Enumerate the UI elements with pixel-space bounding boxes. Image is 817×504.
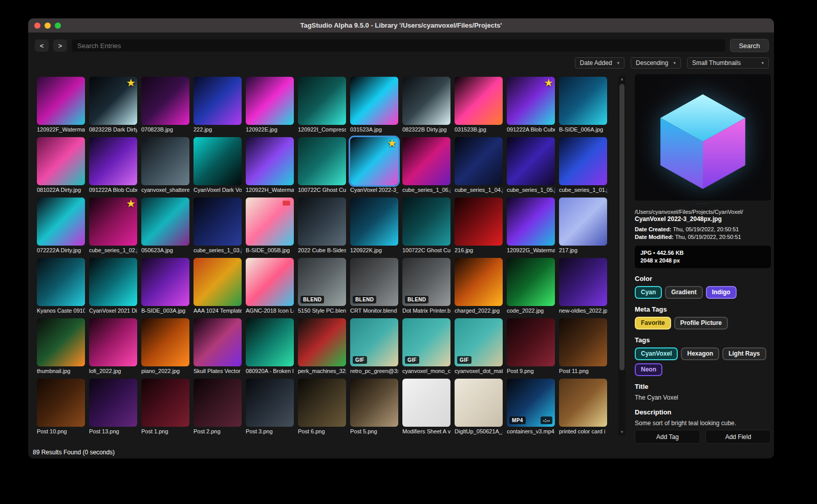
thumbnail-image[interactable] xyxy=(559,379,607,427)
thumbnail-image[interactable]: ★ xyxy=(350,137,398,185)
grid-item[interactable]: perk_machines_32p xyxy=(298,318,346,375)
thumbnail-image[interactable] xyxy=(402,137,450,185)
grid-item[interactable]: BLENDCRT Monitor.blend xyxy=(350,258,398,314)
grid-item[interactable]: 050623A.jpg xyxy=(141,198,189,254)
grid-item[interactable]: AAA 1024 Template xyxy=(193,258,242,314)
thumbnail-image[interactable] xyxy=(298,379,346,427)
grid-item[interactable]: 031523B.jpg xyxy=(455,77,503,133)
grid-item[interactable]: Post 9.png xyxy=(507,318,555,375)
grid-item[interactable]: B-SIDE_005B.jpg xyxy=(246,198,294,254)
thumbnail-image[interactable] xyxy=(507,198,555,246)
grid-item[interactable]: printed color card i xyxy=(559,379,607,435)
thumbnail-image[interactable] xyxy=(559,137,607,185)
grid-item[interactable]: cube_series_1_05.j xyxy=(507,137,555,193)
grid-item[interactable]: code_2022.jpg xyxy=(507,258,555,314)
thumbnail-image[interactable] xyxy=(246,379,294,427)
thumbnail-image[interactable] xyxy=(559,318,607,366)
thumbnail-image[interactable]: BLEND xyxy=(298,258,346,306)
grid-item[interactable]: DigItUp_050621A_S xyxy=(455,379,503,435)
thumbnail-image[interactable] xyxy=(193,258,242,306)
grid-item[interactable]: Skull Plates Vector xyxy=(193,318,242,375)
grid-item[interactable]: GIFcyanvoxel_mono_cr xyxy=(402,318,450,375)
thumbnail-image[interactable] xyxy=(298,198,346,246)
thumbnail-image[interactable]: GIF xyxy=(350,318,398,366)
grid-item[interactable]: GIFretro_pc_green@3x xyxy=(350,318,398,375)
grid-item[interactable]: 080920A - Broken l xyxy=(246,318,294,375)
grid-item[interactable]: B-SIDE_003A.jpg xyxy=(141,258,189,314)
tag-chip-indigo[interactable]: Indigo xyxy=(706,286,737,299)
grid-item[interactable]: charged_2022.jpg xyxy=(455,258,503,314)
add-tag-button[interactable]: Add Tag xyxy=(635,430,700,444)
minimize-window-button[interactable] xyxy=(45,23,51,29)
thumbnail-image[interactable] xyxy=(246,198,294,246)
thumbnail-image[interactable] xyxy=(193,318,242,366)
grid-item[interactable]: piano_2022.jpg xyxy=(141,318,189,375)
thumbnail-image[interactable]: ★ xyxy=(507,77,555,125)
thumbnail-image[interactable] xyxy=(141,137,189,185)
grid-item[interactable]: 120922F_Watermark xyxy=(37,77,85,133)
grid-item[interactable]: 120922H_Watermark xyxy=(246,137,294,193)
grid-item[interactable]: GIFcyanvoxel_dot_mat xyxy=(455,318,503,375)
thumbnail-image[interactable] xyxy=(193,137,242,185)
sort-order-dropdown[interactable]: Descending ▾ xyxy=(631,57,681,69)
grid-item[interactable]: 072222A Dirty.jpg xyxy=(37,198,85,254)
grid-item[interactable]: thumbnail.jpg xyxy=(37,318,85,375)
thumbnail-image[interactable] xyxy=(559,77,607,125)
tag-chip-favorite[interactable]: Favorite xyxy=(635,317,671,330)
thumbnail-image[interactable] xyxy=(559,258,607,306)
scroll-up-icon[interactable]: ▲ xyxy=(618,76,626,83)
grid-item[interactable]: 031523A.jpg xyxy=(350,77,398,133)
grid-item[interactable]: 082322B Dirty.jpg xyxy=(402,77,450,133)
thumbnail-image[interactable] xyxy=(455,258,503,306)
grid-item[interactable]: cube_series_1_01.j xyxy=(559,137,607,193)
thumbnail-image[interactable] xyxy=(37,77,85,125)
thumbnail-image[interactable] xyxy=(89,379,137,427)
preview-image[interactable] xyxy=(635,74,771,201)
grid-item[interactable]: 120922G_Watermark xyxy=(507,198,555,254)
grid-item[interactable]: B-SIDE_006A.jpg xyxy=(559,77,607,133)
grid-item[interactable]: 100722C Ghost Cub xyxy=(298,137,346,193)
grid-item[interactable]: AGNC-2018 Icon Lo xyxy=(246,258,294,314)
thumbnail-image[interactable] xyxy=(507,258,555,306)
thumbnail-image[interactable] xyxy=(350,198,398,246)
grid-item[interactable]: 070823B.jpg xyxy=(141,77,189,133)
thumbnail-size-dropdown[interactable]: Small Thumbnails ▾ xyxy=(687,57,769,69)
thumbnail-image[interactable] xyxy=(246,77,294,125)
forward-button[interactable]: > xyxy=(53,39,67,52)
thumbnail-image[interactable] xyxy=(37,379,85,427)
grid-item[interactable]: Kyanos Caste 0910 xyxy=(37,258,85,314)
grid-item[interactable]: Post 1.png xyxy=(141,379,189,435)
thumbnail-image[interactable] xyxy=(455,379,503,427)
thumbnail-image[interactable] xyxy=(89,258,137,306)
grid-item[interactable]: 091222A Blob Cube xyxy=(89,137,137,193)
grid-item[interactable]: Post 3.png xyxy=(246,379,294,435)
thumbnail-image[interactable] xyxy=(246,258,294,306)
tag-chip-light-rays[interactable]: Light Rays xyxy=(722,347,766,360)
grid-item[interactable]: lofi_2022.jpg xyxy=(89,318,137,375)
tag-chip-profile-picture[interactable]: Profile Picture xyxy=(674,317,728,330)
tag-chip-hexagon[interactable]: Hexagon xyxy=(681,347,719,360)
grid-scrollbar[interactable]: ▲ ▼ xyxy=(618,76,626,436)
thumbnail-image[interactable] xyxy=(350,77,398,125)
thumbnail-image[interactable] xyxy=(507,137,555,185)
zoom-window-button[interactable] xyxy=(55,23,61,29)
thumbnail-image[interactable]: ★ xyxy=(89,77,137,125)
thumbnail-image[interactable] xyxy=(141,258,189,306)
thumbnail-image[interactable] xyxy=(455,198,503,246)
grid-item[interactable]: 081022A Dirty.jpg xyxy=(37,137,85,193)
grid-item[interactable]: new-oldies_2022.jp xyxy=(559,258,607,314)
thumbnail-image[interactable] xyxy=(402,379,450,427)
thumbnail-image[interactable] xyxy=(298,318,346,366)
grid-item[interactable]: Post 5.png xyxy=(350,379,398,435)
thumbnail-image[interactable] xyxy=(141,379,189,427)
thumbnail-image[interactable] xyxy=(246,137,294,185)
add-field-button[interactable]: Add Field xyxy=(705,430,771,444)
thumbnail-image[interactable] xyxy=(141,77,189,125)
back-button[interactable]: < xyxy=(35,39,49,52)
search-input[interactable] xyxy=(72,39,725,52)
grid-item[interactable]: Post 13.png xyxy=(89,379,137,435)
grid-item[interactable]: 120922E.jpg xyxy=(246,77,294,133)
grid-item[interactable]: 120922I_Compressed xyxy=(298,77,346,133)
scrollbar-thumb[interactable] xyxy=(619,84,625,370)
grid-item[interactable]: 217.jpg xyxy=(559,198,607,254)
